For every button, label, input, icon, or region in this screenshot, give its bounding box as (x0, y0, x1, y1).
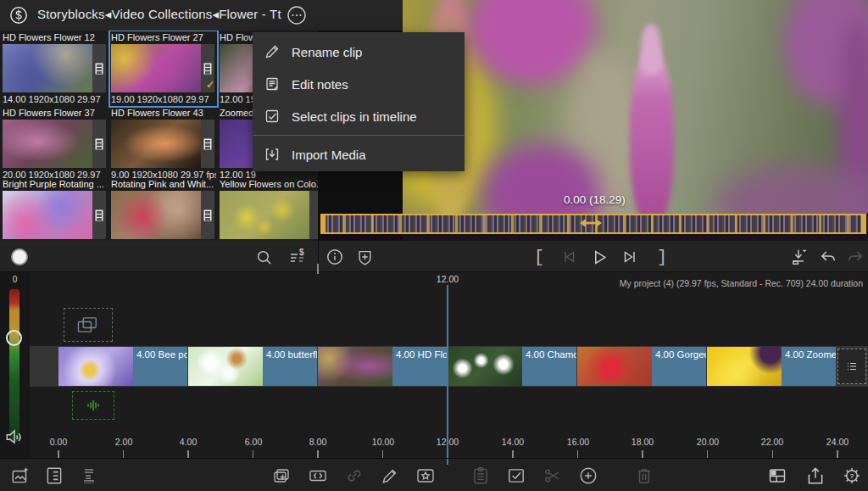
trim-handles-icon[interactable] (580, 217, 602, 229)
next-clip-icon[interactable] (620, 248, 639, 266)
undo-button[interactable] (819, 248, 837, 266)
menu-item-import-media[interactable]: Import Media (253, 138, 465, 170)
split-scissors-icon[interactable] (542, 466, 563, 486)
timeline-clip-thumbnail (188, 347, 263, 386)
speaker-icon[interactable] (4, 427, 26, 448)
delete-trash-icon[interactable] (634, 466, 654, 486)
library-view-toggle-button[interactable] (10, 248, 29, 266)
info-icon[interactable] (326, 248, 344, 266)
film-badge-icon (92, 120, 106, 168)
library-source-sort-icon[interactable]: $ (288, 248, 307, 266)
export-share-icon[interactable] (805, 466, 826, 486)
audio-level-meter (9, 289, 19, 442)
clip-title: Bright Purple Rotating ... (3, 179, 108, 190)
layout-switch-icon[interactable] (767, 466, 787, 486)
timeline-clip-label: 4.00 Zoomed (785, 349, 836, 360)
transition-icon[interactable] (308, 466, 328, 486)
insert-clip-button[interactable] (790, 248, 809, 266)
empty-audio-track-placeholder[interactable] (72, 391, 114, 420)
add-marker-icon[interactable] (578, 466, 598, 486)
track-options-box[interactable] (837, 349, 866, 384)
timeline-clip[interactable]: 4.00 Gorgeou (577, 347, 706, 386)
clip-stats: 19.00 1920x1080 29.97 (111, 94, 216, 104)
clip-thumbnail[interactable] (111, 44, 201, 92)
link-clips-icon[interactable] (344, 466, 364, 486)
svg-text:?: ? (850, 472, 854, 480)
clip-thumbnail[interactable] (3, 44, 92, 92)
film-badge-icon (201, 120, 214, 168)
checkbox-icon (264, 108, 281, 125)
library-clip[interactable]: Bright Purple Rotating ... 16.00 1920x10… (3, 179, 108, 241)
library-header-bar: Storyblocks◂Video Collections◂Flower - T… (0, 0, 403, 31)
pencil-icon (264, 43, 281, 60)
add-clip-icon[interactable] (271, 466, 292, 486)
previous-clip-icon[interactable] (559, 248, 578, 266)
timeline-zoom-icon[interactable] (81, 466, 102, 486)
note-icon (264, 75, 281, 92)
clip-title: HD Flowers Flower 37 (3, 108, 108, 119)
menu-item-edit-notes[interactable]: Edit notes (253, 68, 465, 100)
timeline-clip-body: 4.00 HD Flow (392, 347, 447, 386)
mark-out-button[interactable]: ] (653, 248, 671, 266)
library-clip[interactable]: HD Flowers Flower 37 20.00 1920x1080 29.… (3, 108, 108, 181)
preview-art (641, 24, 661, 75)
library-clip[interactable]: Yellow Flowers on Colo... 15.00 1920x108… (220, 179, 318, 241)
library-clip[interactable]: HD Flowers Flower 12 14.00 1920x1080 29.… (3, 32, 108, 105)
import-icon (264, 146, 281, 163)
film-badge-icon (92, 191, 106, 239)
clip-thumbnail[interactable] (111, 191, 201, 239)
clipboard-icon[interactable] (470, 466, 491, 486)
timeline-clip-body: 4.00 Chamor (522, 347, 576, 386)
timeline-panel: 0 My project (4) (29.97 fps, Standard - … (0, 272, 868, 458)
more-options-button[interactable] (287, 5, 307, 25)
timeline-clip[interactable]: 4.00 Bee poll (58, 347, 187, 386)
track-header-toggle-icon[interactable] (44, 466, 64, 486)
panel-resize-handle[interactable] (317, 264, 319, 274)
shield-plus-icon[interactable] (355, 248, 374, 266)
play-button[interactable] (590, 248, 609, 266)
ruler-tick-label: 6.00 (245, 437, 262, 447)
timeline-clip-label: 4.00 Gorgeou (655, 349, 706, 360)
breadcrumb-title: Storyblocks◂Video Collections◂Flower - T… (37, 7, 281, 22)
library-clip[interactable]: HD Flowers Flower 43 9.00 1920x1080 29.9… (111, 108, 216, 181)
menu-item-rename-clip[interactable]: Rename clip (253, 36, 465, 68)
film-badge-icon (309, 191, 318, 239)
timeline-clip[interactable]: 4.00 HD Flow (318, 347, 447, 386)
add-media-to-timeline-icon[interactable] (10, 466, 31, 486)
video-preview[interactable]: 0.00 (18.29) (403, 0, 868, 214)
volume-knob[interactable] (6, 330, 22, 346)
timeline-ruler[interactable] (58, 450, 839, 458)
help-settings-gear-icon[interactable]: ? (842, 466, 862, 486)
menu-item-label: Import Media (292, 148, 366, 162)
timeline-clip[interactable]: 4.00 Zoomed (707, 347, 836, 386)
timeline-clip[interactable]: 4.00 Chamor (448, 347, 576, 386)
ruler-tick-label: 24.00 (826, 437, 849, 447)
clip-scrubber-filmstrip[interactable] (320, 214, 866, 234)
empty-video-track-placeholder[interactable] (64, 308, 113, 342)
timeline-clip-body: 4.00 butterfli (263, 347, 317, 386)
svg-text:$: $ (299, 248, 304, 257)
clip-thumbnail[interactable] (3, 120, 92, 168)
library-clip-selected[interactable]: HD Flowers Flower 27 ✓ 19.00 1920x1080 2… (111, 32, 216, 105)
ruler-tick-label: 14.00 (502, 437, 524, 447)
clip-thumbnail[interactable] (3, 191, 92, 239)
playhead-time-label: 12.00 (437, 274, 459, 284)
clip-stats: 14.00 1920x1080 29.97 (3, 94, 108, 104)
multi-select-icon[interactable] (506, 466, 526, 486)
library-clip[interactable]: Rotating Pink and Whit... 10.00 1920x108… (111, 179, 216, 241)
clip-thumbnail[interactable] (220, 191, 309, 239)
timeline-clip[interactable]: 4.00 butterfli (188, 347, 317, 386)
edit-pencil-icon[interactable] (380, 466, 400, 486)
mark-in-button[interactable]: [ (530, 248, 548, 266)
effects-star-icon[interactable] (415, 466, 436, 486)
clip-thumbnail[interactable] (111, 120, 201, 168)
ruler-tick-label: 10.00 (372, 437, 394, 447)
menu-item-select-clips[interactable]: Select clips in timeline (253, 100, 465, 132)
timeline-clip-thumbnail (577, 347, 652, 386)
storyblocks-logo-icon (9, 6, 28, 25)
redo-button[interactable] (846, 248, 865, 266)
timeline-clip-thumbnail (448, 347, 522, 386)
timeline-clip-thumbnail (318, 347, 392, 386)
search-icon[interactable] (254, 248, 273, 266)
playhead[interactable] (447, 285, 448, 458)
